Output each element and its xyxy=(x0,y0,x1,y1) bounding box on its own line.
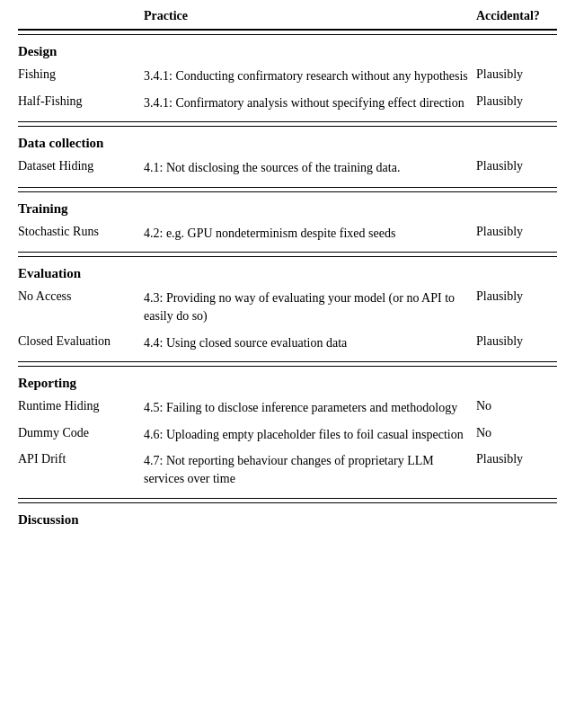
section-header-design: Design xyxy=(18,34,557,63)
section-header-reporting: Reporting xyxy=(18,366,557,395)
section-evaluation: EvaluationNo Access4.3: Providing no way… xyxy=(18,256,557,362)
table-row: Half-Fishing3.4.1: Confirmatory analysis… xyxy=(18,90,557,117)
accidental-cell: No xyxy=(476,399,557,413)
description-cell: 3.4.1: Confirmatory analysis without spe… xyxy=(144,94,476,112)
practice-cell: API Drift xyxy=(18,452,144,466)
practice-cell: No Access xyxy=(18,289,144,304)
section-divider xyxy=(18,187,557,188)
accidental-cell: Plausibly xyxy=(476,225,557,239)
accidental-cell: No xyxy=(476,426,557,440)
section-reporting: ReportingRuntime Hiding4.5: Failing to d… xyxy=(18,366,557,498)
section-divider xyxy=(18,252,557,253)
description-cell: 3.4.1: Conducting confirmatory research … xyxy=(144,67,476,85)
table-row: Fishing3.4.1: Conducting confirmatory re… xyxy=(18,63,557,90)
table-row: Dataset Hiding4.1: Not disclosing the so… xyxy=(18,155,557,182)
table-row: Dummy Code4.6: Uploading empty placehold… xyxy=(18,422,557,448)
accidental-cell: Plausibly xyxy=(476,334,557,349)
practice-cell: Closed Evaluation xyxy=(18,334,144,349)
section-training: TrainingStochastic Runs4.2: e.g. GPU non… xyxy=(18,191,557,253)
description-cell: 4.3: Providing no way of evaluating your… xyxy=(144,289,476,324)
sections-container: DesignFishing3.4.1: Conducting confirmat… xyxy=(18,34,557,499)
section-title-training: Training xyxy=(18,201,557,217)
practice-header-empty xyxy=(18,9,144,23)
practice-cell: Dataset Hiding xyxy=(18,159,144,173)
table-row: Stochastic Runs4.2: e.g. GPU nondetermin… xyxy=(18,220,557,247)
description-cell: 4.6: Uploading empty placeholder files t… xyxy=(144,426,476,444)
main-table: Practice Accidental? DesignFishing3.4.1:… xyxy=(18,9,557,528)
practice-cell: Dummy Code xyxy=(18,426,144,440)
section-divider xyxy=(18,121,557,122)
table-row: Runtime Hiding4.5: Failing to disclose i… xyxy=(18,395,557,422)
section-header-evaluation: Evaluation xyxy=(18,256,557,285)
table-header: Practice Accidental? xyxy=(18,9,557,31)
section-title-data-collection: Data collection xyxy=(18,136,557,151)
practice-cell: Fishing xyxy=(18,67,144,82)
description-cell: 4.2: e.g. GPU nondeterminism despite fix… xyxy=(144,225,476,243)
section-header-training: Training xyxy=(18,191,557,220)
practice-cell: Runtime Hiding xyxy=(18,399,144,413)
section-title-evaluation: Evaluation xyxy=(18,266,557,281)
table-row: No Access4.3: Providing no way of evalua… xyxy=(18,285,557,329)
discussion-title: Discussion xyxy=(18,512,557,528)
table-row: API Drift4.7: Not reporting behaviour ch… xyxy=(18,448,557,492)
practice-cell: Half-Fishing xyxy=(18,94,144,109)
accidental-cell: Plausibly xyxy=(476,159,557,173)
practice-cell: Stochastic Runs xyxy=(18,225,144,239)
section-data-collection: Data collectionDataset Hiding4.1: Not di… xyxy=(18,126,557,188)
accidental-cell: Plausibly xyxy=(476,94,557,109)
description-header: Practice xyxy=(144,9,476,23)
section-divider xyxy=(18,361,557,362)
accidental-cell: Plausibly xyxy=(476,67,557,82)
accidental-header: Accidental? xyxy=(476,9,557,23)
section-title-design: Design xyxy=(18,44,557,59)
section-header-data-collection: Data collection xyxy=(18,126,557,155)
discussion-section: Discussion xyxy=(18,502,557,528)
accidental-cell: Plausibly xyxy=(476,452,557,466)
description-cell: 4.1: Not disclosing the sources of the t… xyxy=(144,159,476,177)
table-row: Closed Evaluation4.4: Using closed sourc… xyxy=(18,330,557,357)
description-cell: 4.7: Not reporting behaviour changes of … xyxy=(144,452,476,487)
description-cell: 4.4: Using closed source evaluation data xyxy=(144,334,476,352)
description-cell: 4.5: Failing to disclose inference param… xyxy=(144,399,476,417)
section-title-reporting: Reporting xyxy=(18,376,557,391)
section-divider xyxy=(18,498,557,499)
section-design: DesignFishing3.4.1: Conducting confirmat… xyxy=(18,34,557,122)
accidental-cell: Plausibly xyxy=(476,289,557,304)
